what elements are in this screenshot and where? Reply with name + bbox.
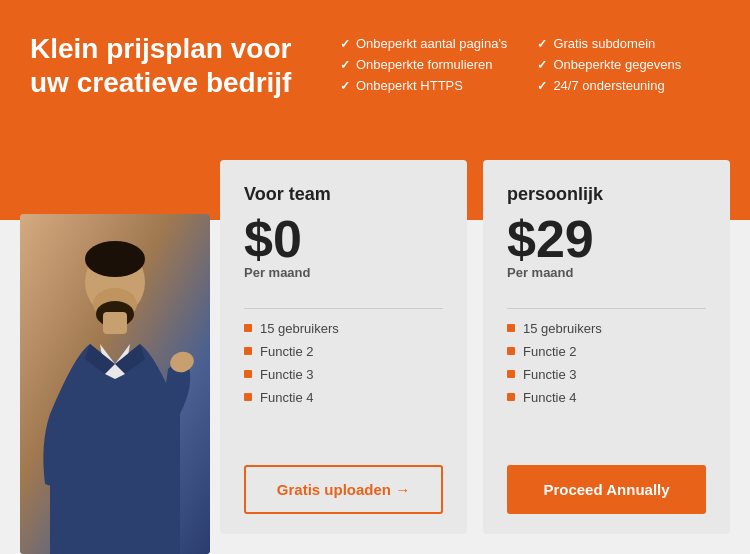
check-icon-6: ✓ <box>537 79 547 93</box>
page: Klein prijsplan voor uw creatieve bedrij… <box>0 0 750 554</box>
person-image <box>20 214 210 554</box>
check-icon-1: ✓ <box>340 37 350 51</box>
feature-item-1: ✓ Onbeperkt aantal pagina's <box>340 36 507 51</box>
price-card-personal: persoonlijk $29 Per maand 15 gebruikers … <box>483 160 730 534</box>
feature-label-4: Gratis subdomein <box>553 36 655 51</box>
feature-item-2: ✓ Onbeperkte formulieren <box>340 57 507 72</box>
svg-point-2 <box>85 241 145 277</box>
bullet-icon <box>244 393 252 401</box>
feature-team-4: Functie 4 <box>244 390 443 407</box>
features-row: ✓ Onbeperkt aantal pagina's ✓ Onbeperkte… <box>340 36 681 93</box>
check-icon-2: ✓ <box>340 58 350 72</box>
feature-item-3: ✓ Onbeperkt HTTPS <box>340 78 507 93</box>
plan-period-personal: Per maand <box>507 265 706 280</box>
feature-team-1: 15 gebruikers <box>244 321 443 338</box>
feature-label-3: Onbeperkt HTTPS <box>356 78 463 93</box>
bullet-icon <box>507 370 515 378</box>
feature-personal-3: Functie 3 <box>507 367 706 384</box>
check-icon-3: ✓ <box>340 79 350 93</box>
bullet-icon <box>244 347 252 355</box>
plan-features-personal: 15 gebruikers Functie 2 Functie 3 Functi… <box>507 321 706 445</box>
plan-name-personal: persoonlijk <box>507 184 706 205</box>
page-title: Klein prijsplan voor uw creatieve bedrij… <box>30 32 310 99</box>
feature-item-6: ✓ 24/7 ondersteuning <box>537 78 681 93</box>
gratis-uploaden-button[interactable]: Gratis uploaden → <box>244 465 443 514</box>
divider-personal <box>507 308 706 309</box>
feature-personal-2: Functie 2 <box>507 344 706 361</box>
person-silhouette <box>20 214 210 554</box>
bullet-icon <box>244 324 252 332</box>
feature-personal-1: 15 gebruikers <box>507 321 706 338</box>
feature-label-5: Onbeperkte gegevens <box>553 57 681 72</box>
bullet-icon <box>507 347 515 355</box>
svg-rect-6 <box>103 312 127 334</box>
feature-label-1: Onbeperkt aantal pagina's <box>356 36 507 51</box>
feature-col-2: ✓ Gratis subdomein ✓ Onbeperkte gegevens… <box>537 36 681 93</box>
proceed-annually-button[interactable]: Proceed Annually <box>507 465 706 514</box>
plan-price-personal: $29 <box>507 213 706 265</box>
feature-col-1: ✓ Onbeperkt aantal pagina's ✓ Onbeperkte… <box>340 36 507 93</box>
plan-period-team: Per maand <box>244 265 443 280</box>
feature-item-4: ✓ Gratis subdomein <box>537 36 681 51</box>
feature-label-2: Onbeperkte formulieren <box>356 57 493 72</box>
pricing-cards-area: Voor team $0 Per maand 15 gebruikers Fun… <box>220 160 730 534</box>
feature-item-5: ✓ Onbeperkte gegevens <box>537 57 681 72</box>
feature-personal-4: Functie 4 <box>507 390 706 407</box>
bullet-icon <box>507 324 515 332</box>
plan-features-team: 15 gebruikers Functie 2 Functie 3 Functi… <box>244 321 443 445</box>
plan-price-team: $0 <box>244 213 443 265</box>
bullet-icon <box>507 393 515 401</box>
feature-team-2: Functie 2 <box>244 344 443 361</box>
price-card-team: Voor team $0 Per maand 15 gebruikers Fun… <box>220 160 467 534</box>
check-icon-5: ✓ <box>537 58 547 72</box>
bullet-icon <box>244 370 252 378</box>
plan-name-team: Voor team <box>244 184 443 205</box>
feature-label-6: 24/7 ondersteuning <box>553 78 664 93</box>
header-features: ✓ Onbeperkt aantal pagina's ✓ Onbeperkte… <box>340 32 681 93</box>
header-title-block: Klein prijsplan voor uw creatieve bedrij… <box>30 32 310 99</box>
feature-team-3: Functie 3 <box>244 367 443 384</box>
check-icon-4: ✓ <box>537 37 547 51</box>
divider-team <box>244 308 443 309</box>
